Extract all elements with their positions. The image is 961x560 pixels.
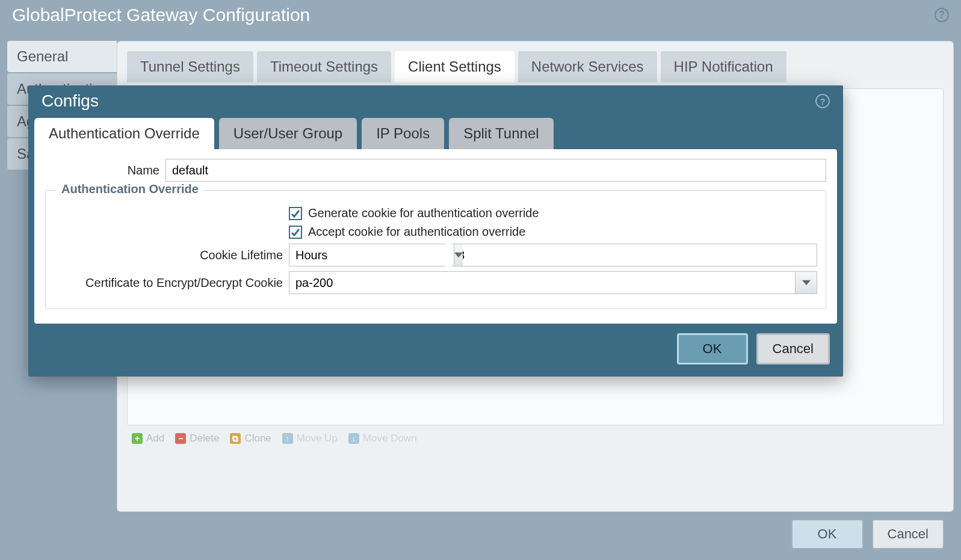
clone-button[interactable]: ⧉Clone bbox=[230, 432, 271, 445]
tab-user-group[interactable]: User/User Group bbox=[219, 118, 357, 149]
name-label: Name bbox=[45, 164, 159, 177]
moveup-label: Move Up bbox=[297, 432, 338, 445]
fieldset-legend: Authentication Override bbox=[57, 182, 203, 196]
action-bar: +Add −Delete ⧉Clone ↑Move Up ↓Move Down bbox=[127, 425, 944, 452]
configs-dialog: Configs ? Authentication Override User/U… bbox=[28, 85, 843, 377]
page-title: GlobalProtect Gateway Configuration bbox=[12, 5, 310, 25]
generate-cookie-label: Generate cookie for authentication overr… bbox=[308, 206, 539, 220]
add-label: Add bbox=[146, 432, 164, 445]
accept-cookie-checkbox[interactable] bbox=[289, 226, 302, 239]
svg-marker-1 bbox=[802, 280, 811, 285]
outer-footer-buttons: OK Cancel bbox=[791, 519, 944, 549]
delete-label: Delete bbox=[190, 432, 219, 445]
configs-footer-buttons: OK Cancel bbox=[28, 331, 843, 377]
inner-tabs: Tunnel Settings Timeout Settings Client … bbox=[127, 51, 944, 82]
configs-help-icon[interactable]: ? bbox=[815, 94, 830, 108]
side-tab-general[interactable]: General bbox=[7, 41, 117, 72]
cert-label: Certificate to Encrypt/Decrypt Cookie bbox=[54, 276, 283, 290]
add-button[interactable]: +Add bbox=[132, 432, 164, 445]
help-icon[interactable]: ? bbox=[935, 8, 949, 22]
cert-select[interactable] bbox=[289, 271, 817, 294]
clone-label: Clone bbox=[244, 432, 271, 445]
configs-body: Name Authentication Override Generate co… bbox=[34, 149, 837, 324]
generate-cookie-checkbox[interactable] bbox=[289, 207, 302, 220]
tab-ip-pools[interactable]: IP Pools bbox=[362, 118, 444, 149]
name-input[interactable] bbox=[165, 159, 826, 182]
auth-override-fieldset: Authentication Override Generate cookie … bbox=[45, 190, 826, 309]
lifetime-unit-select[interactable] bbox=[289, 244, 445, 266]
accept-cookie-label: Accept cookie for authentication overrid… bbox=[308, 225, 525, 239]
movedown-label: Move Down bbox=[363, 432, 417, 445]
tab-network-services[interactable]: Network Services bbox=[518, 51, 657, 82]
lifetime-unit-input[interactable] bbox=[289, 244, 454, 266]
cert-input[interactable] bbox=[289, 272, 795, 294]
configs-tabs: Authentication Override User/User Group … bbox=[34, 118, 843, 149]
cookie-lifetime-label: Cookie Lifetime bbox=[54, 248, 283, 262]
movedown-button[interactable]: ↓Move Down bbox=[348, 432, 417, 445]
tab-tunnel-settings[interactable]: Tunnel Settings bbox=[127, 51, 253, 82]
configs-title: Configs bbox=[42, 91, 99, 111]
tab-split-tunnel[interactable]: Split Tunnel bbox=[449, 118, 553, 149]
svg-marker-0 bbox=[454, 253, 463, 257]
moveup-button[interactable]: ↑Move Up bbox=[282, 432, 338, 445]
configs-ok-button[interactable]: OK bbox=[677, 333, 748, 365]
lifetime-value-input[interactable] bbox=[451, 244, 817, 266]
tab-auth-override[interactable]: Authentication Override bbox=[34, 118, 214, 149]
chevron-down-icon[interactable] bbox=[795, 272, 817, 294]
delete-button[interactable]: −Delete bbox=[175, 432, 219, 445]
configs-cancel-button[interactable]: Cancel bbox=[756, 333, 830, 365]
tab-timeout-settings[interactable]: Timeout Settings bbox=[257, 51, 391, 82]
chevron-down-icon[interactable] bbox=[454, 244, 463, 266]
outer-ok-button[interactable]: OK bbox=[791, 519, 864, 549]
tab-hip-notification[interactable]: HIP Notification bbox=[661, 51, 786, 82]
outer-cancel-button[interactable]: Cancel bbox=[872, 519, 944, 549]
tab-client-settings[interactable]: Client Settings bbox=[395, 51, 514, 82]
